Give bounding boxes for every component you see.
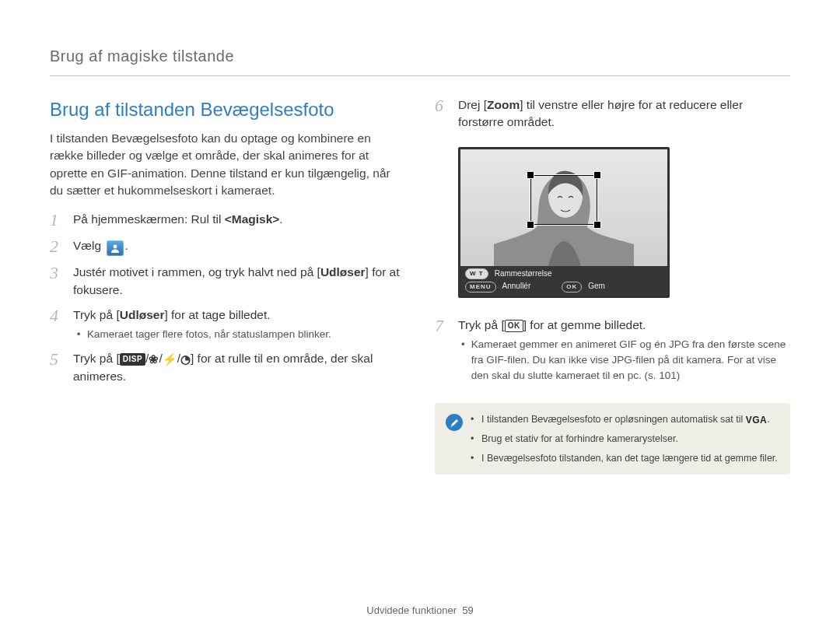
preview-image-area	[460, 149, 667, 266]
text: På hjemmeskærmen: Rul til	[73, 212, 225, 226]
text: Justér motivet i rammen, og tryk halvt n…	[73, 265, 320, 278]
bullet-dot: •	[471, 451, 475, 465]
camera-preview-figure: W T Rammestørrelse MENU Annullér OK Gem	[458, 147, 670, 298]
ok-button-icon: OK	[562, 282, 582, 292]
text-bold: Udløser	[120, 308, 165, 321]
step-body: Justér motivet i rammen, og tryk halvt n…	[73, 264, 405, 299]
note-text: I Bevægelsesfoto tilstanden, kan det tag…	[481, 451, 778, 465]
text-bold: Udløser	[320, 265, 366, 278]
step-number: 6	[435, 96, 450, 131]
cancel-label: Annullér	[502, 281, 531, 292]
motion-photo-mode-icon	[107, 240, 124, 256]
step-body: Vælg .	[73, 237, 405, 256]
text: Tryk på [	[73, 308, 120, 321]
selection-box	[530, 174, 598, 226]
section-title: Brug af tilstanden Bevægelsesfoto	[50, 96, 405, 124]
person-icon	[110, 243, 121, 253]
bullet-text: Kameraet gemmer en animeret GIF og én JP…	[471, 337, 790, 383]
page-footer: Udvidede funktioner 59	[0, 604, 840, 618]
menu-button-icon: MENU	[465, 282, 496, 292]
text: Vælg	[73, 239, 105, 252]
step-body: Tryk på [OK] for at gemme billedet. • Ka…	[458, 317, 790, 383]
text: ] for at gemme billedet.	[523, 318, 646, 331]
macro-flower-icon: ❀	[149, 351, 159, 368]
step-body: Drej [Zoom] til venstre eller højre for …	[458, 96, 790, 131]
bullet-text: Kameraet tager flere fotos, når statusla…	[87, 327, 331, 342]
disp-button-icon: DISP	[120, 353, 145, 366]
overlay-row-actions: MENU Annullér OK Gem	[465, 281, 663, 292]
text-bold: <Magisk>	[225, 212, 280, 226]
overlay-row-framesize: W T Rammestørrelse	[465, 268, 663, 280]
footer-section: Udvidede funktioner	[366, 604, 457, 616]
save-label: Gem	[588, 281, 605, 292]
step-7: 7 Tryk på [OK] for at gemme billedet. • …	[435, 317, 790, 383]
note-text-part: I tilstanden Bevægelsesfoto er opløsning…	[481, 414, 746, 425]
step-1: 1 På hjemmeskærmen: Rul til <Magisk>.	[50, 211, 405, 229]
note-text: Brug et stativ for at forhindre kamerary…	[481, 432, 678, 446]
svg-point-0	[113, 244, 117, 248]
text: ] for at tage billedet.	[164, 308, 270, 321]
step-number: 1	[50, 211, 65, 229]
manual-page: Brug af magiske tilstande Brug af tilsta…	[0, 0, 840, 634]
preview-overlay-bar: W T Rammestørrelse MENU Annullér OK Gem	[460, 266, 667, 296]
text: .	[125, 239, 128, 252]
note-box: • I tilstanden Bevægelsesfoto er opløsni…	[435, 403, 790, 475]
step-number: 5	[50, 350, 65, 385]
left-column: Brug af tilstanden Bevægelsesfoto I tils…	[50, 96, 405, 475]
note-icon	[446, 414, 463, 431]
flash-bolt-icon: ⚡	[163, 351, 177, 368]
note-text: I tilstanden Bevægelsesfoto er opløsning…	[481, 412, 770, 427]
frame-size-label: Rammestørrelse	[495, 268, 552, 280]
step-number: 7	[435, 317, 450, 383]
step-number: 4	[50, 306, 65, 342]
step-number: 2	[50, 237, 65, 256]
steps-list-left: 1 På hjemmeskærmen: Rul til <Magisk>. 2 …	[50, 211, 405, 386]
note-item: • Brug et stativ for at forhindre kamera…	[471, 432, 778, 446]
step-number: 3	[50, 264, 65, 299]
text: Tryk på [	[73, 352, 120, 365]
step-4: 4 Tryk på [Udløser] for at tage billedet…	[50, 306, 405, 342]
intro-paragraph: I tilstanden Bevægelsesfoto kan du optag…	[50, 130, 405, 200]
bullet-dot: •	[471, 432, 475, 446]
ok-button-icon: OK	[505, 320, 523, 332]
text: Tryk på [	[458, 318, 505, 331]
step-body: På hjemmeskærmen: Rul til <Magisk>.	[73, 211, 405, 229]
step-body: Tryk på [DISP/❀/⚡/◔] for at rulle til en…	[73, 350, 405, 385]
step-6: 6 Drej [Zoom] til venstre eller højre fo…	[435, 96, 790, 131]
vga-label-icon: VGA	[746, 414, 768, 427]
step-2: 2 Vælg .	[50, 237, 405, 256]
note-text-part: .	[767, 414, 769, 425]
bullet-dot: •	[471, 412, 475, 427]
note-list: • I tilstanden Bevægelsesfoto er opløsni…	[471, 412, 778, 465]
bullet-dot: •	[461, 337, 465, 383]
step-body: Tryk på [Udløser] for at tage billedet. …	[73, 306, 405, 342]
two-column-layout: Brug af tilstanden Bevægelsesfoto I tils…	[50, 96, 790, 475]
pencil-icon	[450, 417, 459, 428]
sub-bullet: • Kameraet gemmer en animeret GIF og én …	[461, 337, 790, 383]
bullet-dot: •	[76, 327, 81, 342]
step-5: 5 Tryk på [DISP/❀/⚡/◔] for at rulle til …	[50, 350, 405, 385]
text-bold: Zoom	[487, 98, 520, 111]
text: .	[279, 212, 282, 226]
wt-zoom-pill-icon: W T	[465, 268, 488, 279]
right-column: 6 Drej [Zoom] til venstre eller højre fo…	[435, 96, 790, 475]
sub-bullet: • Kameraet tager flere fotos, når status…	[76, 327, 405, 342]
text: Drej [	[458, 98, 487, 111]
note-item: • I tilstanden Bevægelsesfoto er opløsni…	[471, 412, 778, 427]
page-number: 59	[462, 604, 473, 616]
steps-list-right: 6 Drej [Zoom] til venstre eller højre fo…	[435, 96, 790, 475]
page-header: Brug af magiske tilstande	[50, 45, 790, 76]
note-item: • I Bevægelsesfoto tilstanden, kan det t…	[471, 451, 778, 465]
step-3: 3 Justér motivet i rammen, og tryk halvt…	[50, 264, 405, 299]
self-timer-icon: ◔	[180, 351, 191, 368]
